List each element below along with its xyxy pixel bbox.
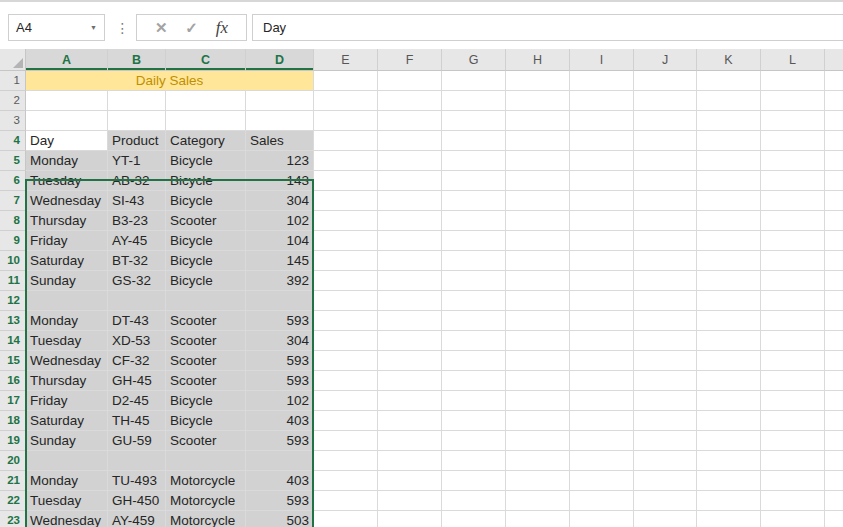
cell-A7[interactable]: Wednesday bbox=[26, 191, 108, 211]
cell-B11[interactable]: GS-32 bbox=[108, 271, 166, 291]
cell-H23[interactable] bbox=[506, 511, 570, 527]
cell-D7[interactable]: 304 bbox=[246, 191, 314, 211]
cell-A20[interactable] bbox=[26, 451, 108, 471]
cell-G11[interactable] bbox=[442, 271, 506, 291]
row-header-3[interactable]: 3 bbox=[0, 111, 26, 131]
cell-H13[interactable] bbox=[506, 311, 570, 331]
cell-D2[interactable] bbox=[246, 91, 314, 111]
formula-input[interactable]: Day bbox=[252, 14, 843, 41]
cell-I20[interactable] bbox=[570, 451, 634, 471]
row-header-14[interactable]: 14 bbox=[0, 331, 26, 351]
cell-K4[interactable] bbox=[697, 131, 761, 151]
cell-I3[interactable] bbox=[570, 111, 634, 131]
cell-B20[interactable] bbox=[108, 451, 166, 471]
cell-G21[interactable] bbox=[442, 471, 506, 491]
cell-D3[interactable] bbox=[246, 111, 314, 131]
cell-C15[interactable]: Scooter bbox=[166, 351, 246, 371]
cell-C6[interactable]: Bicycle bbox=[166, 171, 246, 191]
cell-D9[interactable]: 104 bbox=[246, 231, 314, 251]
cell-H15[interactable] bbox=[506, 351, 570, 371]
cell-E7[interactable] bbox=[314, 191, 378, 211]
cell-I18[interactable] bbox=[570, 411, 634, 431]
cell-A13[interactable]: Monday bbox=[26, 311, 108, 331]
cell-L15[interactable] bbox=[761, 351, 825, 371]
cell-D15[interactable]: 593 bbox=[246, 351, 314, 371]
cell-E1[interactable] bbox=[314, 71, 378, 91]
cell-A11[interactable]: Sunday bbox=[26, 271, 108, 291]
cell-H22[interactable] bbox=[506, 491, 570, 511]
cell-E22[interactable] bbox=[314, 491, 378, 511]
cell-F9[interactable] bbox=[378, 231, 442, 251]
select-all-button[interactable] bbox=[0, 49, 26, 71]
cell-K9[interactable] bbox=[697, 231, 761, 251]
cell-F13[interactable] bbox=[378, 311, 442, 331]
cell-D14[interactable]: 304 bbox=[246, 331, 314, 351]
cell-J15[interactable] bbox=[634, 351, 697, 371]
row-header-6[interactable]: 6 bbox=[0, 171, 26, 191]
row-header-15[interactable]: 15 bbox=[0, 351, 26, 371]
cell-J3[interactable] bbox=[634, 111, 697, 131]
cell-F17[interactable] bbox=[378, 391, 442, 411]
cell-C23[interactable]: Motorcycle bbox=[166, 511, 246, 527]
cell-C7[interactable]: Bicycle bbox=[166, 191, 246, 211]
cell-H4[interactable] bbox=[506, 131, 570, 151]
cell-G2[interactable] bbox=[442, 91, 506, 111]
row-header-11[interactable]: 11 bbox=[0, 271, 26, 291]
cell-C19[interactable]: Scooter bbox=[166, 431, 246, 451]
cell-I1[interactable] bbox=[570, 71, 634, 91]
cell-J22[interactable] bbox=[634, 491, 697, 511]
cell-C14[interactable]: Scooter bbox=[166, 331, 246, 351]
cell-I9[interactable] bbox=[570, 231, 634, 251]
cell-F20[interactable] bbox=[378, 451, 442, 471]
cell-K13[interactable] bbox=[697, 311, 761, 331]
cell-A3[interactable] bbox=[26, 111, 108, 131]
cell-D12[interactable] bbox=[246, 291, 314, 311]
cell-D19[interactable]: 593 bbox=[246, 431, 314, 451]
column-header-F[interactable]: F bbox=[378, 49, 442, 71]
cell-D4[interactable]: Sales bbox=[246, 131, 314, 151]
cell-K16[interactable] bbox=[697, 371, 761, 391]
row-header-10[interactable]: 10 bbox=[0, 251, 26, 271]
cell-D23[interactable]: 503 bbox=[246, 511, 314, 527]
cell-F18[interactable] bbox=[378, 411, 442, 431]
merged-title-cell[interactable]: Daily Sales bbox=[26, 71, 314, 91]
cell-F12[interactable] bbox=[378, 291, 442, 311]
cell-I17[interactable] bbox=[570, 391, 634, 411]
cell-C18[interactable]: Bicycle bbox=[166, 411, 246, 431]
column-header-A[interactable]: A bbox=[26, 49, 108, 71]
row-header-12[interactable]: 12 bbox=[0, 291, 26, 311]
cell-D17[interactable]: 102 bbox=[246, 391, 314, 411]
cell-G22[interactable] bbox=[442, 491, 506, 511]
cell-I13[interactable] bbox=[570, 311, 634, 331]
cell-G1[interactable] bbox=[442, 71, 506, 91]
cell-I19[interactable] bbox=[570, 431, 634, 451]
cell-L13[interactable] bbox=[761, 311, 825, 331]
cell-L22[interactable] bbox=[761, 491, 825, 511]
cell-E6[interactable] bbox=[314, 171, 378, 191]
cell-K8[interactable] bbox=[697, 211, 761, 231]
cell-H21[interactable] bbox=[506, 471, 570, 491]
cell-A12[interactable] bbox=[26, 291, 108, 311]
cell-F6[interactable] bbox=[378, 171, 442, 191]
cell-A15[interactable]: Wednesday bbox=[26, 351, 108, 371]
cell-C20[interactable] bbox=[166, 451, 246, 471]
cell-F14[interactable] bbox=[378, 331, 442, 351]
cell-B23[interactable]: AY-459 bbox=[108, 511, 166, 527]
cell-A21[interactable]: Monday bbox=[26, 471, 108, 491]
cell-F15[interactable] bbox=[378, 351, 442, 371]
cell-E23[interactable] bbox=[314, 511, 378, 527]
row-header-16[interactable]: 16 bbox=[0, 371, 26, 391]
cell-A2[interactable] bbox=[26, 91, 108, 111]
cell-D5[interactable]: 123 bbox=[246, 151, 314, 171]
cell-J7[interactable] bbox=[634, 191, 697, 211]
cell-I8[interactable] bbox=[570, 211, 634, 231]
cell-C4[interactable]: Category bbox=[166, 131, 246, 151]
cell-F22[interactable] bbox=[378, 491, 442, 511]
cell-E14[interactable] bbox=[314, 331, 378, 351]
cell-H3[interactable] bbox=[506, 111, 570, 131]
name-box-dropdown-icon[interactable]: ▼ bbox=[90, 24, 104, 31]
cell-F10[interactable] bbox=[378, 251, 442, 271]
cell-F1[interactable] bbox=[378, 71, 442, 91]
row-header-20[interactable]: 20 bbox=[0, 451, 26, 471]
row-header-9[interactable]: 9 bbox=[0, 231, 26, 251]
